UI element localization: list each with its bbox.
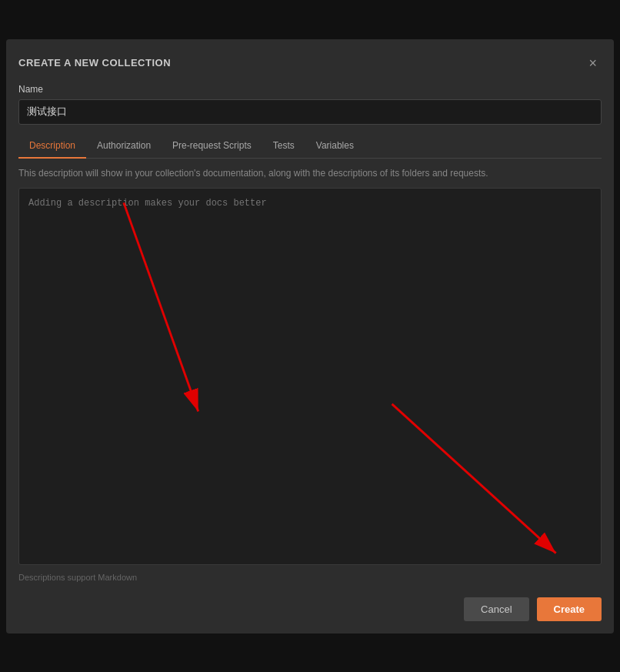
tab-variables[interactable]: Variables: [305, 134, 365, 159]
tab-pre-request-scripts[interactable]: Pre-request Scripts: [162, 134, 262, 159]
create-button[interactable]: Create: [537, 597, 602, 621]
tab-tests[interactable]: Tests: [262, 134, 305, 159]
markdown-hint: Descriptions support Markdown: [18, 573, 602, 582]
tabs-bar: Description Authorization Pre-request Sc…: [18, 134, 602, 159]
description-hint: This description will show in your colle…: [18, 166, 602, 180]
modal-title: CREATE A NEW COLLECTION: [18, 57, 171, 69]
modal-header: CREATE A NEW COLLECTION ×: [18, 55, 602, 72]
description-area-wrapper: [18, 188, 602, 568]
name-label: Name: [18, 84, 602, 95]
cancel-button[interactable]: Cancel: [464, 597, 528, 621]
create-collection-modal: CREATE A NEW COLLECTION × Name Descripti…: [6, 39, 614, 634]
name-input[interactable]: [18, 99, 602, 125]
tab-description[interactable]: Description: [18, 134, 86, 159]
description-tab-content: This description will show in your colle…: [18, 166, 602, 591]
modal-overlay: CREATE A NEW COLLECTION × Name Descripti…: [0, 0, 620, 672]
modal-footer: Cancel Create: [18, 591, 602, 621]
close-button[interactable]: ×: [584, 55, 602, 72]
description-textarea[interactable]: [18, 188, 602, 565]
tab-authorization[interactable]: Authorization: [86, 134, 162, 159]
name-field-group: Name: [18, 84, 602, 134]
